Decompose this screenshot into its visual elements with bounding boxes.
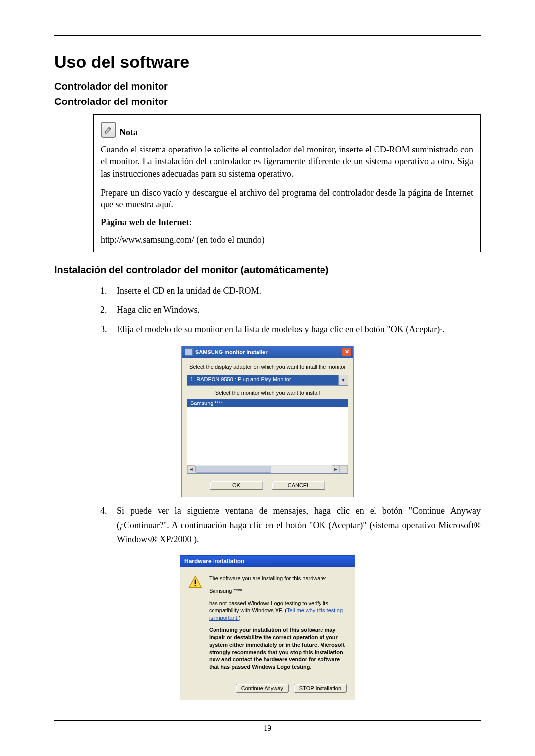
close-icon[interactable]: ✕ bbox=[342, 348, 352, 356]
monitor-list-item[interactable]: Samsung **** bbox=[187, 399, 348, 407]
warning-icon bbox=[188, 575, 202, 589]
hardware-install-dialog: Hardware Installation The software you a… bbox=[180, 555, 355, 700]
scrollbar-thumb[interactable] bbox=[195, 466, 271, 473]
hw-line2: Samsung **** bbox=[209, 587, 347, 595]
svg-rect-1 bbox=[195, 580, 196, 584]
page-title: Uso del software bbox=[54, 52, 481, 72]
note-url: http://www.samsung.com/ (en todo el mund… bbox=[101, 235, 473, 245]
monitor-listbox[interactable]: Samsung **** ◄ ► bbox=[187, 399, 348, 474]
hw-title: Hardware Installation bbox=[180, 556, 355, 567]
install-steps-cont: Si puede ver la siguiente ventana de men… bbox=[93, 504, 481, 547]
scroll-right-icon[interactable]: ► bbox=[332, 465, 340, 473]
chevron-down-icon[interactable]: ▼ bbox=[338, 375, 348, 385]
bottom-rule bbox=[54, 720, 481, 721]
hw-line3: has not passed Windows Logo testing to v… bbox=[209, 600, 347, 622]
adapter-selected: 1. RADEON 9550 : Plug and Play Monitor bbox=[187, 375, 338, 385]
hw-warning-text: Continuing your installation of this sof… bbox=[209, 626, 347, 670]
note-paragraph-1: Cuando el sistema operativo le solicite … bbox=[101, 144, 473, 180]
install-steps: Inserte el CD en la unidad de CD-ROM. Ha… bbox=[93, 284, 481, 336]
heading-controller-2: Controlador del monitor bbox=[54, 96, 481, 107]
app-icon bbox=[185, 348, 193, 356]
note-web-label: Página web de Internet: bbox=[101, 217, 473, 228]
note-label: Nota bbox=[119, 127, 138, 138]
adapter-dropdown[interactable]: 1. RADEON 9550 : Plug and Play Monitor ▼ bbox=[187, 375, 348, 386]
horizontal-scrollbar[interactable]: ◄ ► bbox=[187, 465, 340, 473]
note-icon bbox=[101, 122, 116, 138]
note-paragraph-2: Prepare un disco vacío y descargue el ar… bbox=[101, 187, 473, 211]
installer-instruction-1: Select the display adapter on which you … bbox=[187, 364, 348, 370]
page-number: 19 bbox=[54, 724, 481, 733]
scrollbar-corner bbox=[340, 465, 348, 473]
installer-titlebar: SAMSUNG monitor installer ✕ bbox=[182, 346, 353, 358]
heading-install-auto: Instalación del controlador del monitor … bbox=[54, 264, 481, 276]
hw-line1: The software you are installing for this… bbox=[209, 575, 347, 582]
step-1: Inserte el CD en la unidad de CD-ROM. bbox=[109, 284, 481, 298]
heading-controller-1: Controlador del monitor bbox=[54, 81, 481, 92]
note-box: Nota Cuando el sistema operativo le soli… bbox=[93, 114, 481, 252]
ok-button[interactable]: OK bbox=[210, 481, 263, 490]
svg-rect-2 bbox=[195, 585, 196, 586]
continue-anyway-button[interactable]: Continue Anyway bbox=[236, 684, 289, 693]
scroll-left-icon[interactable]: ◄ bbox=[187, 465, 195, 473]
step-4: Si puede ver la siguiente ventana de men… bbox=[109, 504, 481, 547]
top-rule bbox=[54, 35, 481, 36]
step-2: Haga clic en Windows. bbox=[109, 303, 481, 317]
installer-instruction-2: Select the monitor which you want to ins… bbox=[187, 390, 348, 396]
cancel-button[interactable]: CANCEL bbox=[272, 481, 325, 490]
installer-dialog: SAMSUNG monitor installer ✕ Select the d… bbox=[181, 346, 354, 497]
stop-installation-button[interactable]: STOP Installation bbox=[294, 684, 347, 693]
installer-title: SAMSUNG monitor installer bbox=[195, 349, 342, 355]
step-3: Elija el modelo de su monitor en la list… bbox=[109, 322, 481, 337]
